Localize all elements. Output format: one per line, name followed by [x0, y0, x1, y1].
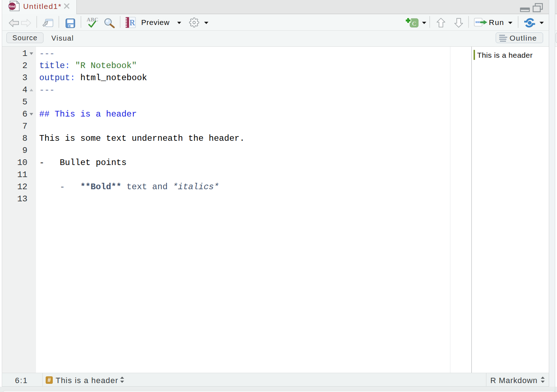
svg-text:Rmd: Rmd — [9, 5, 16, 8]
svg-text:C: C — [412, 20, 416, 27]
svg-text:ABC: ABC — [87, 17, 98, 22]
svg-text:R: R — [129, 18, 135, 27]
